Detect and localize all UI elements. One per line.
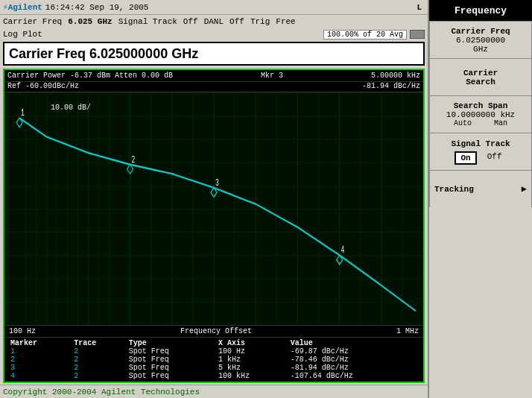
trace-3: 2 [71, 364, 126, 372]
chart-mkr-label: Mkr 3 [261, 72, 283, 80]
search-span-value: 10.0000000 kHz [446, 110, 515, 119]
type-1: Spot Freq [126, 347, 215, 356]
val-3: -81.94 dBc/Hz [288, 364, 420, 372]
x-2: 1 kHz [215, 356, 288, 364]
search-span-button[interactable]: Search Span 10.0000000 kHz Auto Man [429, 95, 532, 133]
chart-header: Carrier Power -6.37 dBm Atten 0.00 dB Mk… [4, 70, 423, 82]
trace-4: 2 [71, 372, 126, 380]
carrier-search-button[interactable]: Carrier Search [429, 58, 532, 95]
chart-svg: 1 2 3 4 [4, 92, 423, 325]
tracking-button[interactable]: Tracking ▶ [429, 170, 532, 207]
status-bar: Carrier Freq 6.025 GHz Signal Track Off … [0, 15, 428, 28]
log-plot-label: Log Plot [3, 30, 42, 39]
carrier-freq-btn-unit: GHz [473, 45, 488, 54]
type-4: Spot Freq [126, 372, 215, 380]
brand-name: Agilent [8, 3, 42, 12]
signal-track-on[interactable]: On [455, 151, 476, 165]
table-row: 3 2 Spot Freq 5 kHz -81.94 dBc/Hz [7, 364, 420, 372]
type-3: Spot Freq [126, 364, 215, 372]
carrier-freq-label: Carrier Freq [3, 17, 62, 26]
search-span-sub: Auto Man [454, 119, 507, 127]
carrier-search-label2: Search [466, 78, 495, 86]
val-1: -69.87 dBc/Hz [288, 347, 420, 356]
right-panel-spacer [429, 207, 532, 398]
col-value: Value [288, 339, 420, 347]
footer: Copyright 2000-2004 Agilent Technologies [0, 385, 428, 398]
table-row: 1 2 Spot Freq 100 Hz -69.87 dBc/Hz [7, 347, 420, 356]
danl-value: Off [229, 17, 244, 26]
trace-2: 2 [71, 356, 126, 364]
x-axis-labels: 100 Hz Frequency Offset 1 MHz [4, 325, 423, 337]
table-row: 2 2 Spot Freq 1 kHz -78.46 dBc/Hz [7, 356, 420, 364]
mkr-1: 1 [7, 347, 71, 356]
search-span-label: Search Span [454, 101, 508, 110]
signal-track-label: Signal Track [118, 17, 177, 26]
carrier-freq-button[interactable]: Carrier Freq 6.02500000 GHz [429, 21, 532, 58]
type-2: Spot Freq [126, 356, 215, 364]
y-label: 10.00 dB/ [6, 95, 91, 120]
val-2: -78.46 dBc/Hz [288, 356, 420, 364]
mkr-2: 2 [7, 356, 71, 364]
carrier-freq-btn-value: 6.02500000 [456, 36, 505, 45]
signal-track-btn-label: Signal Track [451, 139, 510, 148]
x-right: 1 MHz [396, 327, 419, 335]
agilent-logo: ⚡ [3, 2, 8, 12]
progress-text: 100.00% of 20 Avg [323, 30, 407, 40]
chart-power-info: Carrier Power -6.37 dBm Atten 0.00 dB [7, 72, 173, 80]
trig-value: Free [276, 17, 295, 26]
svg-text:3: 3 [215, 177, 219, 188]
copyright-text: Copyright 2000-2004 Agilent Technologies [3, 388, 200, 397]
col-marker: Marker [7, 339, 71, 347]
top-bar: ⚡ Agilent 16:24:42 Sep 19, 2005 L [0, 0, 428, 15]
mkr-4: 4 [7, 372, 71, 380]
trace-1: 2 [71, 347, 126, 356]
right-panel: Frequency Carrier Freq 6.02500000 GHz Ca… [428, 0, 532, 398]
signal-track-container: Signal Track On Off [451, 139, 510, 165]
x-axis-label: Frequency Offset [180, 327, 252, 335]
x-1: 100 Hz [215, 347, 288, 356]
carrier-freq-value: 6.025 GHz [68, 17, 112, 26]
tracking-label: Tracking [434, 185, 474, 194]
time-display: 16:24:42 Sep 19, 2005 [45, 3, 149, 12]
x-4: 100 kHz [215, 372, 288, 380]
tracking-arrow-icon: ▶ [522, 183, 527, 195]
col-type: Type [126, 339, 215, 347]
main-area: ⚡ Agilent 16:24:42 Sep 19, 2005 L Carrie… [0, 0, 428, 398]
carrier-title: Carrier Freq 6.025000000 GHz [3, 42, 425, 66]
ref-right: -81.94 dBc/Hz [362, 82, 420, 90]
carrier-freq-btn-label: Carrier Freq [451, 27, 510, 36]
carrier-search-label: Carrier [463, 69, 498, 78]
ref-label: Ref -60.00dBc/Hz [7, 82, 79, 90]
chart-container: Carrier Power -6.37 dBm Atten 0.00 dB Mk… [3, 69, 425, 383]
progress-row: Log Plot 100.00% of 20 Avg [0, 28, 428, 40]
svg-text:2: 2 [132, 154, 136, 165]
chart-canvas: 10.00 dB/ [4, 92, 423, 325]
danl-label: DANL [204, 17, 224, 26]
signal-track-button[interactable]: Signal Track On Off [429, 133, 532, 170]
marker-table: Marker Trace Type X Axis Value 1 2 Spot … [4, 337, 423, 382]
val-4: -107.64 dBc/Hz [288, 372, 420, 380]
chart-mkr-x: 5.00000 kHz [371, 72, 420, 80]
signal-track-value: Off [183, 17, 198, 26]
l-marker: L [417, 3, 422, 12]
trig-label: Trig [250, 17, 270, 26]
x-left: 100 Hz [9, 327, 36, 335]
tracking-container: Tracking [434, 185, 474, 194]
table-row: 4 2 Spot Freq 100 kHz -107.64 dBc/Hz [7, 372, 420, 380]
screen: ⚡ Agilent 16:24:42 Sep 19, 2005 L Carrie… [0, 0, 532, 398]
signal-track-off[interactable]: Off [483, 151, 507, 165]
col-x-axis: X Axis [215, 339, 288, 347]
col-trace: Trace [71, 339, 126, 347]
mkr-3: 3 [7, 364, 71, 372]
svg-text:4: 4 [341, 245, 345, 256]
right-panel-title: Frequency [429, 0, 532, 21]
progress-indicator [410, 30, 425, 39]
chart-ref-row: Ref -60.00dBc/Hz -81.94 dBc/Hz [4, 82, 423, 92]
x-3: 5 kHz [215, 364, 288, 372]
signal-track-row: On Off [455, 151, 506, 165]
